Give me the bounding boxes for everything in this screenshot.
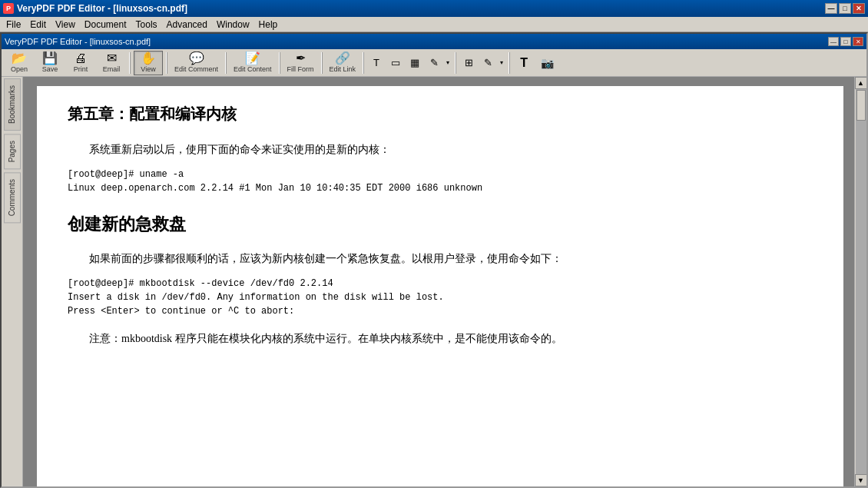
separator-6 (363, 52, 364, 74)
inner-title-bar: VeryPDF PDF Editor - [linuxsos-cn.pdf] —… (2, 34, 866, 49)
text-insert-button[interactable]: T (513, 51, 535, 75)
left-sidebar: Bookmarks Pages Comments (2, 77, 23, 486)
email-button[interactable]: ✉ Email (97, 51, 126, 75)
code-line-1: [root@deep]# uname -a (68, 168, 813, 181)
bookmarks-tab[interactable]: Bookmarks (4, 78, 21, 131)
pdf-page: 第五章：配置和编译内核 系统重新启动以后，使用下面的命令来证实使用的是新的内核：… (37, 86, 843, 486)
annotation-tool-1[interactable]: ▭ (386, 51, 405, 75)
right-scrollbar: ▲ ▼ (854, 77, 866, 486)
menu-help[interactable]: Help (254, 18, 283, 31)
separator-5 (321, 52, 323, 74)
edit-content-button[interactable]: 📝 Edit Content (230, 51, 276, 75)
inner-close-button[interactable]: ✕ (853, 37, 863, 46)
scroll-track[interactable] (856, 89, 866, 474)
toolbar: 📂 Open 💾 Save 🖨 Print ✉ Email ✋ View 💬 E… (2, 49, 866, 77)
inner-window-controls: — □ ✕ (828, 37, 863, 46)
form-tool-1[interactable]: ⊞ (459, 51, 478, 75)
scroll-thumb[interactable] (856, 90, 866, 121)
menu-tools[interactable]: Tools (131, 18, 162, 31)
maximize-button[interactable]: □ (839, 3, 851, 14)
edit-comment-button[interactable]: 💬 Edit Comment (171, 51, 222, 75)
inner-maximize-button[interactable]: □ (840, 37, 851, 46)
scroll-down-button[interactable]: ▼ (855, 474, 867, 486)
text-tool-1[interactable]: T (367, 51, 386, 75)
note-text: 注意：mkbootdisk 程序只能在模块化内核的系统中运行。在单块内核系统中，… (68, 330, 813, 347)
menu-bar: File Edit View Document Tools Advanced W… (0, 17, 868, 32)
comments-tab[interactable]: Comments (4, 172, 21, 223)
fill-form-button[interactable]: ✒ Fill Form (283, 51, 318, 75)
code-line-3: [root@deep]# mkbootdisk --device /dev/fd… (68, 277, 813, 290)
pdf-viewer: 第五章：配置和编译内核 系统重新启动以后，使用下面的命令来证实使用的是新的内核：… (23, 77, 866, 486)
code-line-2: Linux deep.openarch.com 2.2.14 #1 Mon Ja… (68, 181, 813, 195)
minimize-button[interactable]: — (825, 3, 837, 14)
form-tool-2[interactable]: ✎ (479, 51, 497, 75)
app-title: VeryPDF PDF Editor - [linuxsos-cn.pdf] (17, 3, 187, 14)
separator-3 (225, 52, 227, 74)
screenshot-button[interactable]: 📷 (536, 51, 558, 75)
edit-link-button[interactable]: 🔗 Edit Link (326, 51, 360, 75)
menu-view[interactable]: View (51, 18, 80, 31)
form-dropdown-arrow[interactable]: ▾ (498, 51, 505, 75)
chapter-title: 第五章：配置和编译内核 (68, 101, 813, 126)
inner-title: VeryPDF PDF Editor - [linuxsos-cn.pdf] (5, 37, 151, 46)
annotation-tool-2[interactable]: ▦ (406, 51, 424, 75)
menu-file[interactable]: File (2, 18, 25, 31)
code-line-5: Press <Enter> to continue or ^C to abort… (68, 304, 813, 318)
scroll-up-button[interactable]: ▲ (855, 77, 867, 89)
paragraph-1: 系统重新启动以后，使用下面的命令来证实使用的是新的内核： (68, 141, 813, 158)
close-button[interactable]: ✕ (853, 3, 865, 14)
window-controls: — □ ✕ (825, 3, 865, 14)
annotation-dropdown-arrow[interactable]: ▾ (444, 51, 452, 75)
code-block-1: [root@deep]# uname -a Linux deep.openarc… (68, 168, 813, 195)
inner-minimize-button[interactable]: — (828, 37, 839, 46)
annotation-tool-3[interactable]: ✎ (425, 51, 443, 75)
separator-7 (455, 52, 456, 74)
paragraph-2: 如果前面的步骤都很顺利的话，应该为新内核创建一个紧急恢复盘。以根用户登录，使用命… (68, 251, 813, 267)
pages-tab[interactable]: Pages (4, 134, 21, 169)
view-button[interactable]: ✋ View (134, 51, 163, 75)
separator-4 (279, 52, 280, 74)
menu-edit[interactable]: Edit (25, 18, 51, 31)
menu-advanced[interactable]: Advanced (162, 18, 212, 31)
separator-2 (166, 52, 167, 74)
title-bar: P VeryPDF PDF Editor - [linuxsos-cn.pdf]… (0, 0, 868, 17)
section-title: 创建新的急救盘 (68, 211, 813, 237)
open-button[interactable]: 📂 Open (5, 51, 34, 75)
pdf-content: 第五章：配置和编译内核 系统重新启动以后，使用下面的命令来证实使用的是新的内核：… (68, 101, 813, 347)
menu-window[interactable]: Window (212, 18, 254, 31)
code-line-4: Insert a disk in /dev/fd0. Any informati… (68, 290, 813, 304)
print-button[interactable]: 🖨 Print (66, 51, 95, 75)
code-block-2: [root@deep]# mkbootdisk --device /dev/fd… (68, 277, 813, 318)
separator-8 (509, 52, 510, 74)
save-button[interactable]: 💾 Save (35, 51, 65, 75)
app-icon: P (3, 3, 14, 14)
menu-document[interactable]: Document (80, 18, 131, 31)
separator-1 (129, 52, 131, 74)
content-area: Bookmarks Pages Comments 第五章：配置和编译内核 系统重… (2, 77, 866, 486)
